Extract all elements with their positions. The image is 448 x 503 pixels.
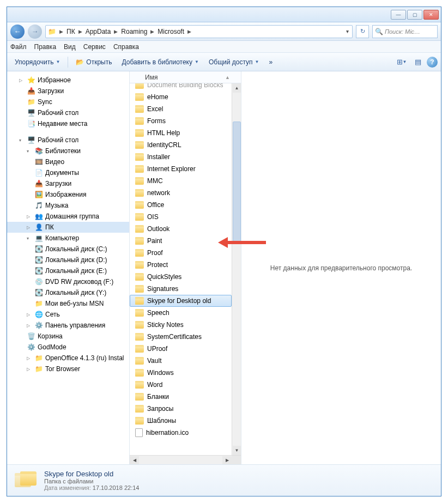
file-item[interactable]: Windows — [130, 367, 232, 379]
sidebar-desktop[interactable]: 🖥️Рабочий стол — [7, 107, 129, 118]
file-name: Protect — [147, 261, 168, 269]
file-item[interactable]: Internet Explorer — [130, 163, 232, 175]
file-item[interactable]: Speech — [130, 307, 232, 319]
file-item[interactable]: Skype for Desktop old — [130, 295, 232, 307]
file-item[interactable]: Word — [130, 379, 232, 391]
file-item[interactable]: SystemCertificates — [130, 331, 232, 343]
folder-icon — [135, 237, 144, 245]
file-item[interactable]: Paint — [130, 235, 232, 247]
vertical-scrollbar[interactable]: ▲ ▼ — [232, 83, 241, 464]
file-icon — [135, 428, 143, 437]
sidebar-computer[interactable]: ▾💻Компьютер — [7, 233, 129, 244]
file-item[interactable]: Excel — [130, 103, 232, 115]
file-item[interactable]: OIS — [130, 211, 232, 223]
file-item[interactable]: network — [130, 187, 232, 199]
file-item[interactable]: Forms — [130, 115, 232, 127]
sidebar-disk-d[interactable]: 💽Локальный диск (D:) — [7, 254, 129, 265]
folder-icon — [135, 83, 144, 89]
file-item[interactable]: hibernation.ico — [130, 427, 232, 439]
sidebar-disk-c[interactable]: 💽Локальный диск (C:) — [7, 244, 129, 254]
sidebar-video[interactable]: 🎞️Видео — [7, 156, 129, 167]
preview-pane-button[interactable]: ▤ — [410, 56, 426, 68]
file-item[interactable]: Document Building Blocks — [130, 83, 232, 91]
sidebar-music[interactable]: 🎵Музыка — [7, 200, 129, 211]
file-item[interactable]: Sticky Notes — [130, 319, 232, 331]
menu-service[interactable]: Сервис — [83, 43, 106, 51]
sidebar-homegroup[interactable]: ▷👥Домашняя группа — [7, 211, 129, 222]
sidebar-favorites[interactable]: ▷⭐Избранное — [7, 75, 129, 86]
menu-file[interactable]: Файл — [10, 43, 27, 51]
forward-button[interactable]: → — [28, 25, 42, 39]
file-name: Word — [147, 381, 162, 389]
sidebar-images[interactable]: 🖼️Изображения — [7, 189, 129, 200]
folder-icon — [135, 141, 144, 149]
file-item[interactable]: Шаблоны — [130, 415, 232, 427]
organize-button[interactable]: Упорядочить ▼ — [10, 57, 64, 68]
sidebar-control[interactable]: ▷⚙️Панель управления — [7, 320, 129, 331]
file-item[interactable]: Proof — [130, 247, 232, 259]
minimize-button[interactable]: — — [391, 10, 406, 20]
view-button[interactable]: ⊞ ▼ — [394, 56, 409, 68]
help-button[interactable]: ? — [427, 57, 438, 68]
refresh-button[interactable]: ↻ — [356, 25, 369, 38]
file-item[interactable]: IdentityCRL — [130, 139, 232, 151]
file-item[interactable]: Outlook — [130, 223, 232, 235]
sidebar-desktop2[interactable]: ▾🖥️Рабочий стол — [7, 135, 129, 146]
file-item[interactable]: Office — [130, 199, 232, 211]
breadcrumb-item[interactable]: AppData — [83, 28, 113, 35]
file-item[interactable]: eHome — [130, 91, 232, 103]
sidebar-disk-y[interactable]: 💽Локальный диск (Y:) — [7, 287, 129, 298]
back-button[interactable]: ← — [10, 25, 25, 39]
sidebar-godmode[interactable]: ⚙️GodMode — [7, 342, 129, 353]
sidebar-recent[interactable]: 📑Недавние места — [7, 118, 129, 129]
file-item[interactable]: Installer — [130, 151, 232, 163]
search-input[interactable]: 🔍Поиск: Mic… — [372, 25, 438, 38]
breadcrumb-item[interactable]: Microsoft — [155, 28, 186, 35]
sidebar-dvd[interactable]: 💿DVD RW дисковод (F:) — [7, 276, 129, 287]
details-name: Skype for Desktop old — [44, 470, 139, 478]
sidebar-tor[interactable]: ▷📁Tor Browser — [7, 363, 129, 374]
sidebar-libraries[interactable]: ▾📚Библиотеки — [7, 146, 129, 156]
file-item[interactable]: MMC — [130, 175, 232, 187]
column-header-name[interactable]: Имя▲ — [130, 71, 241, 83]
menu-edit[interactable]: Правка — [34, 43, 57, 51]
breadcrumb-item[interactable]: ПК — [64, 28, 77, 35]
sidebar-downloads2[interactable]: 📥Загрузки — [7, 178, 129, 189]
file-item[interactable]: Vault — [130, 355, 232, 367]
close-button[interactable]: ✕ — [423, 10, 439, 20]
breadcrumb-item[interactable]: Roaming — [119, 28, 149, 35]
folder-icon — [135, 129, 144, 137]
sidebar-sync[interactable]: 📁Sync — [7, 96, 129, 107]
menu-help[interactable]: Справка — [113, 43, 139, 51]
file-name: Outlook — [147, 225, 169, 233]
file-item[interactable]: UProof — [130, 343, 232, 355]
share-button[interactable]: Общий доступ ▼ — [204, 57, 264, 68]
folder-icon — [135, 273, 144, 281]
folder-icon — [135, 117, 144, 125]
file-item[interactable]: QuickStyles — [130, 271, 232, 283]
titlebar: — ▢ ✕ — [7, 7, 441, 22]
sidebar-downloads[interactable]: 📥Загрузки — [7, 86, 129, 96]
file-item[interactable]: Бланки — [130, 391, 232, 403]
details-folder-icon — [15, 470, 38, 491]
file-name: Excel — [147, 105, 163, 113]
sidebar-network[interactable]: ▷🌐Сеть — [7, 309, 129, 320]
open-button[interactable]: 📂Открыть — [71, 57, 116, 68]
maximize-button[interactable]: ▢ — [407, 10, 422, 20]
file-item[interactable]: Запросы — [130, 403, 232, 415]
sidebar-pc[interactable]: ▷👤ПК — [7, 222, 129, 233]
sidebar-openoffice[interactable]: ▷📁OpenOffice 4.1.3 (ru) Instal — [7, 353, 129, 363]
horizontal-scrollbar[interactable]: ◀▶ — [130, 455, 241, 464]
addlib-button[interactable]: Добавить в библиотеку ▼ — [117, 57, 203, 68]
address-bar[interactable]: ▶ ПК▶ AppData▶ Roaming▶ Microsoft▶ ▾ — [45, 25, 353, 38]
sidebar-disk-e[interactable]: 💽Локальный диск (E:) — [7, 265, 129, 276]
file-item[interactable]: Protect — [130, 259, 232, 271]
sidebar-msn[interactable]: 📁Мои веб-узлы MSN — [7, 298, 129, 309]
more-button[interactable]: » — [264, 57, 277, 68]
file-item[interactable]: HTML Help — [130, 127, 232, 139]
sidebar-recycle[interactable]: 🗑️Корзина — [7, 331, 129, 342]
file-item[interactable]: Signatures — [130, 283, 232, 295]
sidebar-documents[interactable]: 📄Документы — [7, 167, 129, 178]
menu-view[interactable]: Вид — [64, 43, 76, 51]
file-name: OIS — [147, 213, 159, 221]
